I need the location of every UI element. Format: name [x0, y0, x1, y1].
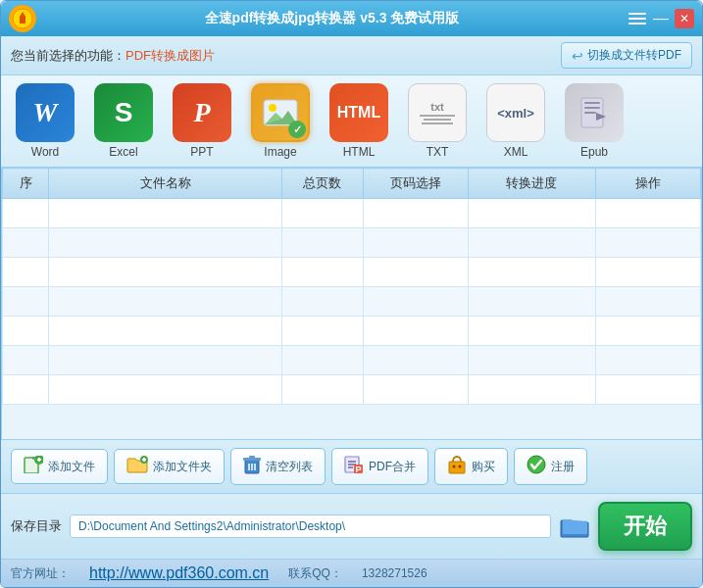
html-icon: HTML — [329, 83, 388, 142]
excel-icon: S — [94, 83, 153, 142]
format-xml-label: XML — [504, 145, 528, 159]
table-row — [3, 346, 701, 375]
table-row — [3, 375, 701, 405]
image-check-icon: ✓ — [288, 121, 306, 138]
format-word-label: Word — [31, 145, 59, 159]
clear-list-button[interactable]: 清空列表 — [230, 448, 326, 485]
pdf-merge-button[interactable]: P PDF合并 — [331, 448, 428, 485]
svg-point-7 — [269, 104, 276, 112]
svg-rect-3 — [628, 13, 646, 15]
svg-point-37 — [459, 466, 462, 468]
col-page-select: 页码选择 — [363, 169, 468, 199]
format-image[interactable]: ✓ Image — [246, 83, 315, 159]
svg-point-36 — [453, 466, 456, 468]
format-ppt-label: PPT — [190, 145, 213, 159]
format-html-label: HTML — [343, 145, 376, 159]
title-bar: 全速pdf转换成jpg转换器 v5.3 免费试用版 — ✕ — [1, 1, 702, 36]
col-seq: 序 — [3, 169, 49, 199]
start-button[interactable]: 开始 — [598, 502, 692, 551]
app-logo — [9, 5, 36, 32]
svg-rect-12 — [584, 107, 600, 109]
table-row — [3, 199, 701, 228]
word-icon: W — [16, 83, 75, 142]
clear-list-icon — [243, 455, 261, 478]
table-row — [3, 287, 701, 317]
format-image-label: Image — [264, 145, 296, 159]
action-bar: 添加文件 添加文件夹 — [1, 439, 702, 493]
title-text: 全速pdf转换成jpg转换器 v5.3 免费试用版 — [36, 10, 628, 27]
format-txt-label: TXT — [427, 145, 449, 159]
footer: 官方网址： http://www.pdf360.com.cn 联系QQ： 132… — [1, 559, 702, 587]
buy-button[interactable]: 购买 — [434, 448, 508, 485]
table-header-row: 序 文件名称 总页数 页码选择 转换进度 操作 — [3, 169, 701, 199]
current-function-label: 您当前选择的功能：PDF转换成图片 — [11, 47, 215, 65]
format-epub[interactable]: Epub — [560, 83, 628, 159]
footer-qq-value: 1328271526 — [362, 566, 427, 580]
epub-icon — [565, 83, 624, 142]
register-icon — [527, 455, 546, 478]
add-file-button[interactable]: 添加文件 — [11, 449, 108, 484]
format-bar: W Word S Excel P PPT — [1, 75, 702, 168]
svg-rect-13 — [584, 112, 596, 114]
col-action: 操作 — [596, 169, 701, 199]
svg-rect-5 — [628, 23, 646, 24]
ppt-icon: P — [173, 83, 231, 142]
format-excel-label: Excel — [109, 145, 137, 159]
table-row — [3, 317, 701, 346]
main-content: 序 文件名称 总页数 页码选择 转换进度 操作 — [1, 168, 702, 587]
register-button[interactable]: 注册 — [514, 448, 587, 485]
minimize-button[interactable]: — — [651, 9, 671, 28]
xml-icon: <xml> — [486, 83, 545, 142]
add-folder-icon — [126, 456, 148, 477]
format-word[interactable]: W Word — [11, 83, 79, 159]
switch-arrow-icon: ↩ — [572, 48, 583, 64]
file-table-wrapper[interactable]: 序 文件名称 总页数 页码选择 转换进度 操作 — [1, 168, 702, 439]
switch-to-pdf-button[interactable]: ↩ 切换成文件转PDF — [561, 42, 692, 69]
file-table: 序 文件名称 总页数 页码选择 转换进度 操作 — [2, 168, 701, 405]
format-epub-label: Epub — [580, 145, 608, 159]
col-filename: 文件名称 — [49, 169, 281, 199]
add-folder-button[interactable]: 添加文件夹 — [114, 449, 225, 484]
save-path[interactable]: D:\Document And Settings2\Administrator\… — [70, 514, 551, 538]
table-row — [3, 228, 701, 258]
format-excel[interactable]: S Excel — [89, 83, 158, 159]
add-file-icon — [24, 456, 43, 477]
buy-icon — [447, 455, 467, 478]
format-ppt[interactable]: P PPT — [168, 83, 236, 159]
close-button[interactable]: ✕ — [675, 9, 694, 28]
svg-rect-35 — [449, 462, 465, 473]
footer-qq-label: 联系QQ： — [288, 565, 342, 582]
pdf-merge-icon: P — [344, 455, 364, 478]
format-html[interactable]: HTML HTML — [325, 83, 393, 159]
table-row — [3, 258, 701, 287]
toolbar: 您当前选择的功能：PDF转换成图片 ↩ 切换成文件转PDF — [1, 36, 702, 75]
window-controls: — ✕ — [628, 9, 694, 28]
save-start-bar: 保存目录 D:\Document And Settings2\Administr… — [1, 493, 702, 559]
svg-rect-4 — [628, 18, 646, 20]
save-label: 保存目录 — [11, 517, 62, 535]
save-bar: 保存目录 D:\Document And Settings2\Administr… — [11, 513, 590, 540]
svg-rect-25 — [249, 456, 255, 459]
footer-website-label: 官方网址： — [11, 565, 70, 582]
col-pages: 总页数 — [281, 169, 363, 199]
browse-folder-button[interactable] — [559, 513, 590, 540]
app-window: 全速pdf转换成jpg转换器 v5.3 免费试用版 — ✕ 您当前选择的功能：P… — [0, 0, 703, 588]
txt-icon: txt — [408, 83, 467, 142]
format-xml[interactable]: <xml> XML — [481, 83, 550, 159]
footer-website-url[interactable]: http://www.pdf360.com.cn — [89, 564, 269, 582]
svg-rect-2 — [20, 16, 25, 24]
svg-rect-11 — [584, 102, 600, 104]
svg-text:P: P — [355, 465, 361, 474]
image-icon: ✓ — [251, 83, 310, 142]
format-txt[interactable]: txt TXT — [403, 83, 472, 159]
col-progress: 转换进度 — [468, 169, 596, 199]
table-body — [3, 199, 701, 405]
menu-button[interactable] — [628, 9, 647, 28]
